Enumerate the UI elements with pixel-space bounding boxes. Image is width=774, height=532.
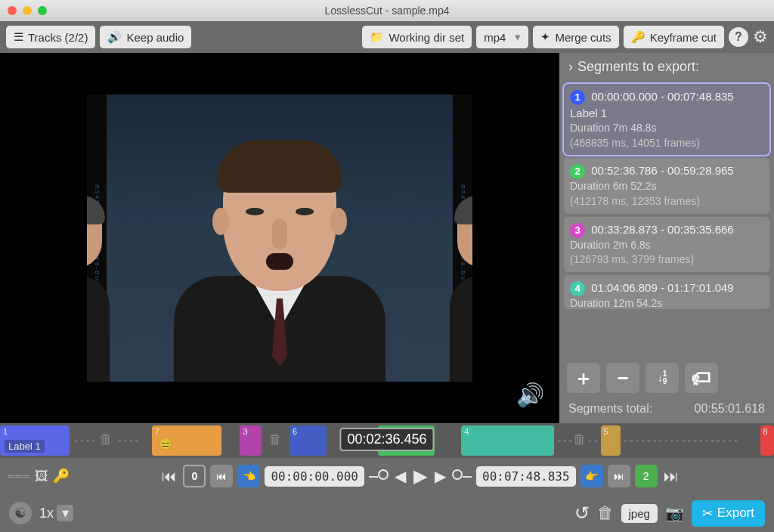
sort-segments-button[interactable]: ↓19 bbox=[646, 363, 679, 393]
segment-label: Label 1 bbox=[570, 105, 763, 121]
volume-button[interactable]: 🔊 bbox=[516, 382, 544, 408]
capture-frame-button[interactable]: 📷 bbox=[665, 504, 684, 522]
key-icon: 🔑 bbox=[631, 30, 646, 44]
rotate-button[interactable]: ↺ bbox=[574, 503, 590, 524]
segments-actions: ＋ − ↓19 🏷 bbox=[559, 358, 774, 397]
timeline[interactable]: 1Label 1 ---- 🗑 ---- 7😑 3 🗑 6 2 4 --- 🗑 … bbox=[0, 423, 774, 458]
thumbnails-icon[interactable]: 🖼 bbox=[35, 469, 48, 484]
trash-icon[interactable]: 🗑 bbox=[268, 431, 282, 447]
merge-label: Merge cuts bbox=[555, 31, 611, 44]
tracks-button[interactable]: ☰ Tracks (2/2) bbox=[6, 26, 95, 48]
step-forward-button[interactable]: ▶ bbox=[435, 467, 446, 485]
window-zoom-button[interactable] bbox=[38, 6, 47, 15]
format-label: mp4 bbox=[484, 31, 506, 44]
keep-audio-button[interactable]: 🔊 Keep audio bbox=[100, 26, 191, 48]
segment-number-badge: 3 bbox=[570, 223, 585, 238]
window-minimize-button[interactable] bbox=[23, 6, 32, 15]
segments-total-label: Segments total: bbox=[568, 402, 652, 416]
settings-button[interactable]: ⚙ bbox=[753, 27, 768, 47]
segment-details: (412178 ms, 12353 frames) bbox=[570, 194, 763, 209]
help-button[interactable]: ? bbox=[729, 27, 748, 47]
delete-source-button[interactable]: 🗑 bbox=[597, 503, 614, 523]
keep-audio-label: Keep audio bbox=[126, 31, 184, 44]
key-in-icon[interactable] bbox=[369, 469, 389, 483]
step-back-button[interactable]: ◀ bbox=[395, 467, 406, 485]
play-button[interactable]: ▶ bbox=[413, 466, 427, 487]
chevron-right-icon: › bbox=[568, 59, 573, 75]
segment-time: 00:00:00.000 - 00:07:48.835 bbox=[591, 90, 734, 103]
segment-item[interactable]: 2 00:52:36.786 - 00:59:28.965 Duration 6… bbox=[564, 158, 769, 213]
top-toolbar: ☰ Tracks (2/2) 🔊 Keep audio 📁 Working di… bbox=[0, 21, 774, 53]
segment-item[interactable]: 4 01:04:06.809 - 01:17:01.049 Duration 1… bbox=[564, 275, 769, 309]
speed-value: 1x bbox=[39, 506, 54, 521]
segment-duration: Duration 6m 52.2s bbox=[570, 179, 763, 194]
segment-number-badge: 4 bbox=[570, 281, 585, 296]
invert-segments-button[interactable]: ☯ bbox=[9, 502, 32, 524]
cut-end-time[interactable]: 00:07:48.835 bbox=[476, 466, 576, 487]
segments-header[interactable]: › Segments to export: bbox=[559, 53, 774, 81]
segments-list: 1 00:00:00.000 - 00:07:48.835 Label 1 Du… bbox=[559, 81, 774, 358]
prev-keyframe-button[interactable]: ⏮ bbox=[210, 465, 233, 487]
timeline-seg-label: Label 1 bbox=[5, 440, 45, 453]
segment-item[interactable]: 1 00:00:00.000 - 00:07:48.835 Label 1 Du… bbox=[564, 84, 769, 155]
keyframe-label: Keyframe cut bbox=[650, 31, 717, 44]
keyframe-cut-button[interactable]: 🔑 Keyframe cut bbox=[624, 26, 724, 48]
window-close-button[interactable] bbox=[8, 6, 17, 15]
output-format-button[interactable]: mp4 ▾ bbox=[476, 26, 528, 48]
merge-cuts-button[interactable]: ✦ Merge cuts bbox=[533, 26, 618, 48]
merge-icon: ✦ bbox=[540, 30, 550, 44]
segment-details: (126793 ms, 3799 frames) bbox=[570, 252, 763, 268]
segment-number-badge: 1 bbox=[570, 90, 585, 105]
jump-end-button[interactable]: ⏭ bbox=[664, 468, 679, 485]
folder-icon: 📁 bbox=[370, 30, 384, 44]
window-title: LosslessCut - sample.mp4 bbox=[325, 5, 450, 17]
cut-start-time[interactable]: 00:00:00.000 bbox=[265, 466, 364, 487]
key-out-icon[interactable] bbox=[452, 469, 472, 483]
video-preview[interactable]: R54T 6332-LKN UY8-BV09 R54T 6332-LKN UY8… bbox=[0, 53, 559, 423]
export-button[interactable]: ✂ Export bbox=[692, 500, 765, 527]
segment-duration: Duration 12m 54.2s bbox=[570, 296, 763, 309]
segment-item[interactable]: 3 00:33:28.873 - 00:35:35.666 Duration 2… bbox=[564, 217, 769, 272]
segment-time: 00:33:28.873 - 00:35:35.666 bbox=[591, 223, 734, 236]
speed-dropdown[interactable]: ▾ bbox=[57, 505, 73, 521]
segments-title: Segments to export: bbox=[577, 59, 699, 75]
speaker-icon: 🔊 bbox=[107, 30, 122, 44]
capture-format-button[interactable]: jpeg bbox=[621, 504, 658, 523]
segment-duration: Duration 2m 6.8s bbox=[570, 238, 763, 253]
playback-controls: ⎓⎓⎓ 🖼 🔑 ⏮ 0 ⏮ 👈 00:00:00.000 ◀ ▶ ▶ 00:07… bbox=[0, 458, 774, 494]
working-dir-button[interactable]: 📁 Working dir set bbox=[362, 26, 472, 48]
segments-total-value: 00:55:01.618 bbox=[695, 402, 765, 416]
tracks-label: Tracks (2/2) bbox=[28, 31, 88, 44]
titlebar: LosslessCut - sample.mp4 bbox=[0, 0, 774, 21]
export-label: Export bbox=[717, 506, 754, 521]
set-cut-end-button[interactable]: 👉 bbox=[580, 465, 603, 487]
remove-segment-button[interactable]: − bbox=[606, 363, 639, 393]
scissors-icon: ✂ bbox=[702, 506, 713, 521]
trash-icon[interactable]: 🗑 bbox=[573, 431, 587, 447]
working-dir-label: Working dir set bbox=[389, 31, 464, 44]
segment-number-badge: 2 bbox=[570, 164, 585, 179]
segments-panel: › Segments to export: 1 00:00:00.000 - 0… bbox=[559, 53, 774, 423]
next-keyframe-button[interactable]: ⏭ bbox=[608, 465, 630, 487]
trash-icon[interactable]: 🗑 bbox=[99, 431, 113, 447]
segment-time: 01:04:06.809 - 01:17:01.049 bbox=[591, 281, 734, 294]
segment-details: (468835 ms, 14051 frames) bbox=[570, 136, 763, 151]
set-cut-start-button[interactable]: 👈 bbox=[237, 465, 260, 487]
jump-start-button[interactable]: ⏮ bbox=[162, 468, 177, 485]
add-segment-button[interactable]: ＋ bbox=[567, 363, 600, 393]
segment-duration: Duration 7m 48.8s bbox=[570, 121, 763, 136]
playback-speed[interactable]: 1x ▾ bbox=[39, 505, 73, 521]
current-seg-index[interactable]: 0 bbox=[183, 465, 206, 487]
bottom-bar: ☯ 1x ▾ ↺ 🗑 jpeg 📷 ✂ Export bbox=[0, 494, 774, 532]
keyframes-icon[interactable]: 🔑 bbox=[53, 468, 70, 484]
segment-time: 00:52:36.786 - 00:59:28.965 bbox=[591, 164, 734, 177]
current-time-display[interactable]: 00:02:36.456 bbox=[339, 428, 434, 451]
menu-icon: ☰ bbox=[14, 30, 23, 44]
video-frame: R54T 6332-LKN UY8-BV09 R54T 6332-LKN UY8… bbox=[87, 94, 472, 382]
waveform-icon[interactable]: ⎓⎓⎓ bbox=[8, 469, 30, 483]
seg-count-badge[interactable]: 2 bbox=[635, 465, 658, 487]
caret-down-icon: ▾ bbox=[515, 30, 521, 44]
segments-total: Segments total: 00:55:01.618 bbox=[559, 397, 774, 423]
tag-segment-button[interactable]: 🏷 bbox=[685, 363, 718, 393]
